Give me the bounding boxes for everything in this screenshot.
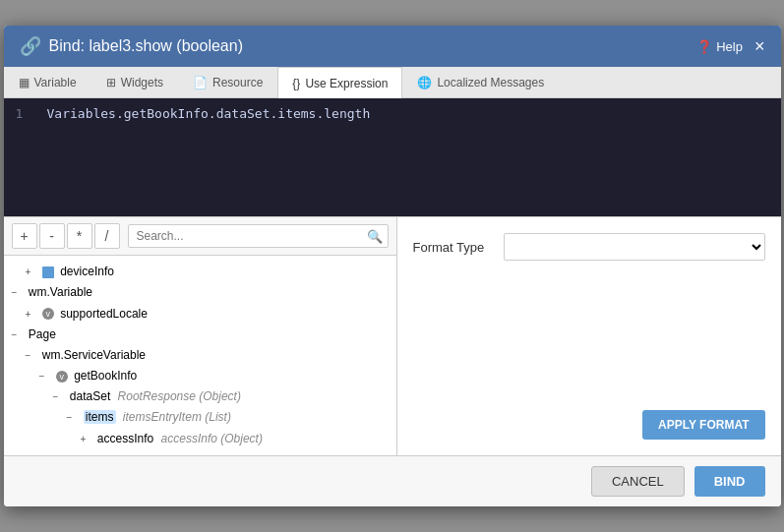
label-dataset[interactable]: dataSet bbox=[70, 389, 110, 403]
tab-variable[interactable]: ▦ Variable bbox=[4, 67, 91, 97]
help-link[interactable]: ❓ Help bbox=[696, 39, 743, 54]
modal: 🔗 Bind: label3.show (boolean) ❓ Help × ▦… bbox=[4, 26, 781, 506]
format-type-label: Format Type bbox=[413, 240, 492, 255]
modal-title: Bind: label3.show (boolean) bbox=[49, 37, 243, 55]
toggle-getbookinfo[interactable]: − bbox=[39, 369, 53, 384]
toggle-wm-variable[interactable]: − bbox=[12, 285, 26, 301]
tab-use-expression[interactable]: {} Use Expression bbox=[277, 67, 402, 98]
messages-icon: 🌐 bbox=[417, 76, 432, 89]
resource-icon: 📄 bbox=[193, 76, 208, 89]
tree-item-getbookinfo[interactable]: − v getBookInfo bbox=[12, 366, 389, 386]
toggle-page[interactable]: − bbox=[12, 327, 26, 343]
help-label: Help bbox=[716, 39, 743, 54]
subtract-button[interactable]: - bbox=[39, 223, 65, 249]
search-icon: 🔍 bbox=[367, 229, 383, 244]
label-getbookinfo[interactable]: getBookInfo bbox=[74, 369, 137, 383]
tree-content[interactable]: + deviceInfo − wm.Variable + v supported… bbox=[4, 256, 396, 455]
modal-header-left: 🔗 Bind: label3.show (boolean) bbox=[20, 35, 243, 57]
search-container: 🔍 bbox=[128, 224, 389, 248]
toggle-dataset[interactable]: − bbox=[53, 389, 67, 405]
format-panel: Format Type Number Date Time Currency AP… bbox=[397, 217, 781, 455]
modal-header-right: ❓ Help × bbox=[696, 37, 764, 55]
code-editor[interactable]: 1 Variables.getBookInfo.dataSet.items.le… bbox=[4, 98, 781, 216]
tree-item-wm-servicevariable[interactable]: − wm.ServiceVariable bbox=[12, 345, 389, 366]
label-wm-servicevariable[interactable]: wm.ServiceVariable bbox=[42, 348, 146, 362]
link-icon: 🔗 bbox=[20, 35, 41, 57]
tab-resource[interactable]: 📄 Resource bbox=[178, 67, 277, 97]
tree-toolbar: + - * / 🔍 bbox=[4, 217, 396, 256]
expression-icon: {} bbox=[292, 77, 300, 90]
label-deviceinfo[interactable]: deviceInfo bbox=[60, 265, 114, 278]
tree-item-deviceinfo[interactable]: + deviceInfo bbox=[12, 262, 389, 282]
tree-item-accessinfo[interactable]: + accessInfo accessInfo (Object) bbox=[12, 429, 389, 449]
tree-panel: + - * / 🔍 + deviceInfo bbox=[4, 217, 397, 455]
tree-item-wm-variable[interactable]: − wm.Variable bbox=[12, 282, 389, 303]
apply-format-button[interactable]: APPLY FORMAT bbox=[642, 410, 764, 440]
toggle-items[interactable]: − bbox=[67, 410, 81, 426]
modal-overlay: 🔗 Bind: label3.show (boolean) ❓ Help × ▦… bbox=[0, 0, 784, 532]
editor-line: 1 Variables.getBookInfo.dataSet.items.le… bbox=[16, 106, 769, 121]
modal-header: 🔗 Bind: label3.show (boolean) ❓ Help × bbox=[4, 26, 781, 67]
type-dataset: RootResponse (Object) bbox=[118, 389, 241, 403]
toggle-deviceinfo[interactable]: + bbox=[26, 265, 39, 280]
label-page[interactable]: Page bbox=[29, 327, 56, 341]
tree-item-supportedlocale[interactable]: + v supportedLocale bbox=[12, 304, 389, 325]
line-number: 1 bbox=[16, 106, 35, 121]
grid-icon-deviceinfo bbox=[42, 266, 54, 278]
bottom-panel: + - * / 🔍 + deviceInfo bbox=[4, 216, 781, 455]
type-accessinfo: accessInfo (Object) bbox=[161, 432, 263, 445]
add-button[interactable]: + bbox=[12, 223, 37, 249]
toggle-supportedlocale[interactable]: + bbox=[26, 307, 39, 323]
label-supportedlocale[interactable]: supportedLocale bbox=[60, 307, 148, 321]
widgets-icon: ⊞ bbox=[106, 76, 116, 89]
modal-footer: CANCEL BIND bbox=[4, 455, 781, 506]
help-circle-icon: ❓ bbox=[696, 39, 712, 54]
var-icon-supportedlocale: v bbox=[42, 308, 54, 320]
toggle-accessinfo[interactable]: + bbox=[81, 432, 94, 447]
tree-item-page[interactable]: − Page bbox=[12, 325, 389, 345]
var-icon-getbookinfo: v bbox=[56, 371, 68, 383]
tree-item-dataset[interactable]: − dataSet RootResponse (Object) bbox=[12, 386, 389, 407]
label-accessinfo[interactable]: accessInfo bbox=[97, 432, 153, 445]
search-input[interactable] bbox=[128, 224, 389, 248]
format-type-select[interactable]: Number Date Time Currency bbox=[504, 233, 765, 261]
toggle-wm-servicevariable[interactable]: − bbox=[26, 348, 39, 364]
variable-icon: ▦ bbox=[19, 76, 30, 89]
tabs-container: ▦ Variable ⊞ Widgets 📄 Resource {} Use E… bbox=[4, 67, 781, 98]
divide-button[interactable]: / bbox=[94, 223, 120, 249]
type-items: itemsEntryItem (List) bbox=[123, 410, 231, 424]
cancel-button[interactable]: CANCEL bbox=[591, 466, 685, 497]
tab-localized-messages[interactable]: 🌐 Localized Messages bbox=[402, 67, 559, 97]
format-row: Format Type Number Date Time Currency bbox=[413, 233, 765, 261]
tree-item-items[interactable]: − items itemsEntryItem (List) bbox=[12, 407, 389, 428]
multiply-button[interactable]: * bbox=[67, 223, 92, 249]
label-items[interactable]: items bbox=[84, 410, 116, 424]
tab-widgets[interactable]: ⊞ Widgets bbox=[91, 67, 178, 97]
bind-button[interactable]: BIND bbox=[694, 466, 765, 497]
label-wm-variable[interactable]: wm.Variable bbox=[29, 285, 92, 299]
code-content: Variables.getBookInfo.dataSet.items.leng… bbox=[47, 106, 371, 121]
close-button[interactable]: × bbox=[754, 37, 765, 55]
